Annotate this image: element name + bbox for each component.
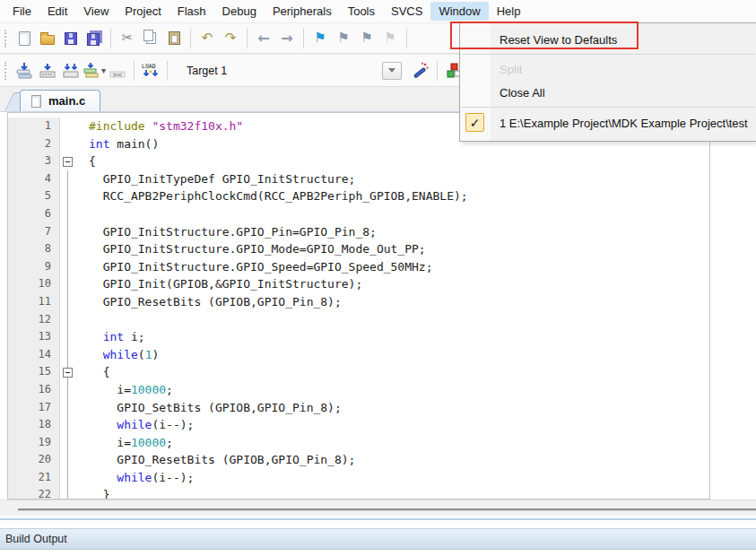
code-line: 11 GPIO_ResetBits (GPIOB,GPIO_Pin_8); xyxy=(8,293,709,311)
navigate-forward-icon[interactable]: → xyxy=(275,28,299,49)
translate-icon[interactable] xyxy=(13,60,36,82)
code-line-text[interactable]: while(1) xyxy=(75,346,159,364)
code-line-text[interactable]: { xyxy=(75,363,109,381)
stop-build-icon[interactable] xyxy=(106,60,129,82)
fold-margin xyxy=(60,187,75,205)
menubar-help[interactable]: Help xyxy=(489,2,529,21)
code-token xyxy=(89,348,103,361)
save-icon[interactable] xyxy=(59,28,83,49)
target-select-dropdown-button[interactable] xyxy=(382,62,402,80)
menu-bar: FileEditViewProjectFlashDebugPeripherals… xyxy=(0,0,756,22)
target-options-icon[interactable] xyxy=(409,60,432,82)
build-icon[interactable] xyxy=(36,60,59,82)
code-line: 5 RCC_APB2PeriphClockCmd(RCC_APB2Periph_… xyxy=(8,187,709,205)
redo-icon[interactable]: ↷ xyxy=(219,28,242,49)
fold-margin xyxy=(60,469,75,487)
download-icon[interactable]: LOAD xyxy=(139,60,162,82)
code-line-text[interactable] xyxy=(75,311,89,329)
code-line-text[interactable]: i=10000; xyxy=(75,381,173,399)
code-line-text[interactable]: GPIO_InitStructure.GPIO_Mode=GPIO_Mode_O… xyxy=(75,240,426,258)
code-line-text[interactable]: RCC_APB2PeriphClockCmd(RCC_APB2Periph_GP… xyxy=(75,187,468,205)
code-line-text[interactable]: GPIO_Init(GPIOB,&GPIO_InitStructure); xyxy=(75,275,362,293)
horizontal-scrollbar[interactable] xyxy=(0,500,756,516)
toolbar-separator xyxy=(406,29,407,48)
menubar-peripherals[interactable]: Peripherals xyxy=(265,2,340,21)
line-number: 8 xyxy=(8,240,60,258)
line-number: 9 xyxy=(8,258,60,276)
insert-bookmark-icon[interactable]: ⚑ xyxy=(308,28,332,49)
menubar-debug[interactable]: Debug xyxy=(214,2,265,21)
code-line-text[interactable]: GPIO_ResetBits (GPIOB,GPIO_Pin_8); xyxy=(75,293,342,311)
code-token: while xyxy=(103,348,138,361)
build-output-header[interactable]: Build Output xyxy=(0,528,756,550)
fold-margin[interactable] xyxy=(60,363,75,381)
tab-main-c[interactable]: main.c xyxy=(20,90,100,111)
code-line-text[interactable]: int main() xyxy=(75,135,159,153)
menubar-tools[interactable]: Tools xyxy=(340,2,383,21)
rebuild-icon[interactable] xyxy=(59,60,83,82)
file-toolbar-icons: ✂↶↷←→⚑⚑⚑⚑ xyxy=(13,28,412,49)
cut-icon[interactable]: ✂ xyxy=(116,28,139,49)
code-line-text[interactable]: #include "stm32f10x.h" xyxy=(75,117,243,135)
line-number: 1 xyxy=(8,117,60,135)
code-line-text[interactable] xyxy=(75,205,89,223)
fold-margin xyxy=(60,135,75,153)
fold-collapse-icon[interactable] xyxy=(63,368,73,378)
code-token: ; xyxy=(166,436,173,449)
menubar-edit[interactable]: Edit xyxy=(39,2,75,21)
chevron-down-icon xyxy=(388,68,395,76)
scrollbar-thumb[interactable] xyxy=(18,508,756,510)
menubar-flash[interactable]: Flash xyxy=(169,2,214,21)
menubar-view[interactable]: View xyxy=(75,2,117,21)
menubar-svcs[interactable]: SVCS xyxy=(383,2,430,21)
code-line-text[interactable]: } xyxy=(75,486,109,500)
code-token: { xyxy=(89,154,96,168)
menu-item-reset-view-to-defaults[interactable]: Reset View to Defaults xyxy=(460,28,756,51)
code-line-text[interactable]: GPIO_ResetBits (GPIOB,GPIO_Pin_8); xyxy=(75,451,355,469)
undo-icon[interactable]: ↶ xyxy=(196,28,219,49)
new-file-icon[interactable] xyxy=(13,28,36,49)
menubar-project[interactable]: Project xyxy=(117,2,169,21)
code-line: 10 GPIO_Init(GPIOB,&GPIO_InitStructure); xyxy=(8,275,709,293)
code-line-text[interactable]: GPIO_InitTypeDef GPIO_InitStructure; xyxy=(75,170,355,188)
code-token: main() xyxy=(109,137,159,151)
target-select[interactable]: Target 1 xyxy=(178,61,402,81)
line-number: 6 xyxy=(8,205,60,223)
code-line-text[interactable]: { xyxy=(75,152,96,170)
code-token: int xyxy=(89,137,109,151)
code-line-text[interactable]: GPIO_SetBits (GPIOB,GPIO_Pin_8); xyxy=(75,399,342,417)
menubar-window[interactable]: Window xyxy=(430,2,488,21)
code-line-text[interactable]: int i; xyxy=(75,328,145,346)
code-line-text[interactable]: i=10000; xyxy=(75,434,173,452)
code-token: i= xyxy=(89,436,131,449)
line-number: 14 xyxy=(8,346,60,364)
navigate-back-icon[interactable]: ← xyxy=(252,28,275,49)
line-number: 20 xyxy=(8,451,60,469)
fold-margin xyxy=(60,293,75,311)
batch-build-icon[interactable]: ▾ xyxy=(83,60,106,82)
next-bookmark-icon[interactable]: ⚑ xyxy=(355,28,378,49)
copy-icon[interactable] xyxy=(139,28,162,49)
code-editor[interactable]: 1#include "stm32f10x.h"2int main()3{4 GP… xyxy=(7,112,710,500)
menu-item-recent-window-1[interactable]: ✓1 E:\Example Project\MDK Example Projec… xyxy=(460,110,756,135)
code-line-text[interactable]: while(i--); xyxy=(75,469,194,487)
code-line-text[interactable]: GPIO_InitStructure.GPIO_Pin=GPIO_Pin_8; xyxy=(75,223,377,241)
clear-bookmarks-icon[interactable]: ⚑ xyxy=(378,28,402,49)
fold-margin xyxy=(60,486,75,500)
toolbar-grip[interactable] xyxy=(4,62,8,80)
menu-item-close-all[interactable]: Close All xyxy=(460,81,756,104)
code-line-text[interactable]: while(i--); xyxy=(75,416,194,434)
toolbar-grip[interactable] xyxy=(4,30,8,48)
toolbar-separator xyxy=(167,61,168,81)
open-file-icon[interactable] xyxy=(36,28,59,49)
save-all-icon[interactable] xyxy=(83,28,106,49)
code-line-text[interactable]: GPIO_InitStructure.GPIO_Speed=GPIO_Speed… xyxy=(75,258,433,276)
code-line: 16 i=10000; xyxy=(8,381,709,399)
menubar-file[interactable]: File xyxy=(4,2,39,21)
prev-bookmark-icon[interactable]: ⚑ xyxy=(332,28,355,49)
fold-margin[interactable] xyxy=(60,152,75,170)
fold-margin xyxy=(60,205,75,223)
fold-margin xyxy=(60,240,75,258)
fold-collapse-icon[interactable] xyxy=(63,157,73,167)
paste-icon[interactable] xyxy=(162,28,186,49)
